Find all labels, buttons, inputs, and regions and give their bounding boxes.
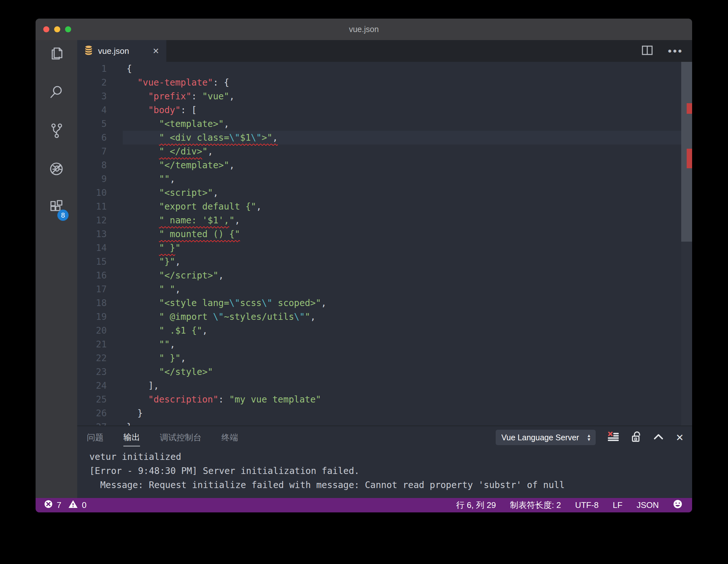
line-number[interactable]: 16: [77, 269, 107, 282]
line-number[interactable]: 4: [77, 103, 107, 117]
window-titlebar[interactable]: vue.json: [36, 19, 692, 40]
code-line[interactable]: 25 "description": "my vue template": [77, 393, 692, 406]
clear-output-icon[interactable]: [608, 431, 619, 444]
code-text: " name: '$1',",: [107, 213, 240, 227]
bottom-panel: 问题输出调试控制台终端 Vue Language Server ▲▼: [77, 426, 692, 498]
line-number[interactable]: 8: [77, 158, 107, 172]
line-number[interactable]: 7: [77, 145, 107, 158]
code-line[interactable]: 2 "vue-template": {: [77, 76, 692, 89]
line-number[interactable]: 15: [77, 255, 107, 269]
feedback-smiley-icon[interactable]: [673, 499, 683, 511]
line-number[interactable]: 5: [77, 117, 107, 131]
unlock-scroll-icon[interactable]: [631, 431, 641, 444]
code-line[interactable]: 21 "",: [77, 337, 692, 351]
line-number[interactable]: 1: [77, 62, 107, 76]
line-number[interactable]: 24: [77, 379, 107, 393]
editor-scrollbar[interactable]: [681, 62, 692, 426]
sidebar-item-debug[interactable]: [48, 161, 65, 178]
error-count: 7: [57, 500, 61, 510]
line-number[interactable]: 10: [77, 186, 107, 200]
line-number[interactable]: 19: [77, 310, 107, 324]
files-icon: [48, 46, 64, 63]
code-line[interactable]: 1{: [77, 62, 692, 76]
code-text: "prefix": "vue",: [107, 89, 235, 103]
code-line[interactable]: 24 ],: [77, 379, 692, 393]
line-number[interactable]: 2: [77, 76, 107, 89]
language-mode-indicator[interactable]: JSON: [637, 500, 659, 510]
line-number[interactable]: 11: [77, 200, 107, 213]
code-line[interactable]: 15 "}",: [77, 255, 692, 269]
code-line[interactable]: 4 "body": [: [77, 103, 692, 117]
line-number[interactable]: 14: [77, 241, 107, 255]
line-number[interactable]: 22: [77, 351, 107, 365]
line-number[interactable]: 9: [77, 172, 107, 186]
problems-status[interactable]: 7 0: [44, 500, 87, 511]
code-line[interactable]: 17 " ",: [77, 282, 692, 296]
code-line[interactable]: 9 "",: [77, 172, 692, 186]
code-line[interactable]: 14 " }": [77, 241, 692, 255]
encoding-indicator[interactable]: UTF-8: [575, 500, 599, 510]
code-line[interactable]: 12 " name: '$1',",: [77, 213, 692, 227]
code-line[interactable]: 19 " @import \"~styles/utils\"",: [77, 310, 692, 324]
line-number[interactable]: 12: [77, 213, 107, 227]
code-line[interactable]: 10 "<script>",: [77, 186, 692, 200]
code-text: " </div>",: [107, 145, 213, 158]
line-number[interactable]: 26: [77, 406, 107, 420]
code-line[interactable]: 27}: [77, 420, 692, 426]
line-number[interactable]: 20: [77, 324, 107, 337]
panel-tab-terminal[interactable]: 终端: [221, 429, 238, 446]
sidebar-item-search[interactable]: [48, 84, 65, 101]
output-line: [Error - 9:48:30 PM] Server initializati…: [89, 464, 692, 478]
output-line: vetur initialized: [89, 450, 692, 464]
line-number[interactable]: 3: [77, 89, 107, 103]
panel-header: 问题输出调试控制台终端 Vue Language Server ▲▼: [77, 426, 692, 449]
code-line[interactable]: 13 " mounted () {": [77, 227, 692, 241]
line-number[interactable]: 18: [77, 296, 107, 310]
tab-vue-json[interactable]: vue.json ✕: [77, 40, 166, 62]
code-line[interactable]: 26 }: [77, 406, 692, 420]
tab-size-indicator[interactable]: 制表符长度: 2: [510, 500, 561, 511]
chevron-up-icon[interactable]: [653, 433, 664, 442]
line-number[interactable]: 17: [77, 282, 107, 296]
line-number[interactable]: 23: [77, 365, 107, 379]
cursor-position[interactable]: 行 6, 列 29: [456, 500, 496, 511]
line-number[interactable]: 13: [77, 227, 107, 241]
code-line[interactable]: 23 "</style>": [77, 365, 692, 379]
zoom-window-button[interactable]: [65, 26, 71, 32]
code-text: "</template>",: [107, 158, 235, 172]
output-channel-select[interactable]: Vue Language Server ▲▼: [496, 430, 596, 445]
close-tab-icon[interactable]: ✕: [153, 46, 159, 56]
line-number[interactable]: 25: [77, 393, 107, 406]
line-number[interactable]: 6: [77, 131, 107, 145]
close-panel-icon[interactable]: ✕: [676, 432, 684, 443]
panel-tab-output[interactable]: 输出: [123, 428, 140, 446]
code-line[interactable]: 8 "</template>",: [77, 158, 692, 172]
code-line[interactable]: 22 " }",: [77, 351, 692, 365]
minimize-window-button[interactable]: [54, 26, 60, 32]
code-line[interactable]: 3 "prefix": "vue",: [77, 89, 692, 103]
code-editor[interactable]: 1{2 "vue-template": {3 "prefix": "vue",4…: [77, 62, 692, 426]
traffic-lights: [43, 19, 71, 40]
close-window-button[interactable]: [43, 26, 49, 32]
code-text: }: [107, 420, 132, 426]
code-line[interactable]: 16 "</script>",: [77, 269, 692, 282]
code-text: " }": [107, 241, 181, 255]
more-actions-icon[interactable]: •••: [668, 48, 683, 54]
panel-tab-problems[interactable]: 问题: [87, 429, 103, 446]
split-editor-icon[interactable]: [641, 45, 653, 57]
code-line[interactable]: 20 " .$1 {",: [77, 324, 692, 337]
code-line[interactable]: 6 " <div class=\"$1\">",: [77, 131, 692, 145]
line-number[interactable]: 21: [77, 337, 107, 351]
code-line[interactable]: 7 " </div>",: [77, 145, 692, 158]
code-text: " }",: [107, 351, 186, 365]
eol-indicator[interactable]: LF: [613, 500, 622, 510]
code-line[interactable]: 11 "export default {",: [77, 200, 692, 213]
sidebar-item-extensions[interactable]: 8: [48, 200, 65, 216]
code-line[interactable]: 18 "<style lang=\"scss\" scoped>",: [77, 296, 692, 310]
code-line[interactable]: 5 "<template>",: [77, 117, 692, 131]
sidebar-item-source-control[interactable]: [48, 123, 65, 139]
sidebar-item-explorer[interactable]: [48, 46, 65, 62]
output-log[interactable]: vetur initialized[Error - 9:48:30 PM] Se…: [77, 449, 692, 498]
line-number[interactable]: 27: [77, 420, 107, 426]
panel-tab-debug-console[interactable]: 调试控制台: [160, 429, 202, 446]
